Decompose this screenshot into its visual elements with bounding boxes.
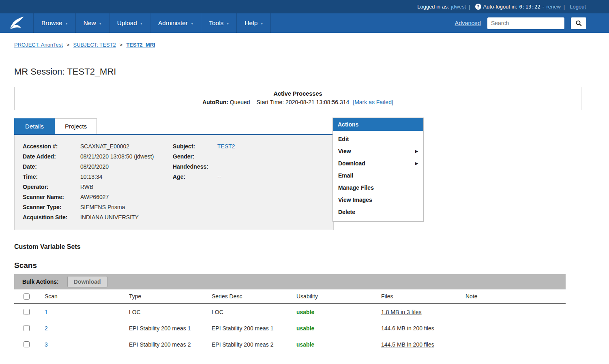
usability-badge: usable <box>296 325 314 332</box>
scan-link[interactable]: 3 <box>45 341 48 348</box>
chevron-right-icon: ▶ <box>415 161 418 165</box>
details-left-column: Accession #:SCAXNAT_E00002 Date Added:08… <box>23 141 173 223</box>
help-icon[interactable]: ? <box>475 4 481 10</box>
action-email[interactable]: Email <box>333 169 423 182</box>
field-accession: Accession #:SCAXNAT_E00002 <box>23 141 173 152</box>
action-view-images[interactable]: View Images <box>333 194 423 206</box>
select-all-checkbox[interactable] <box>24 293 30 300</box>
chevron-down-icon: ▾ <box>99 21 101 26</box>
search-input[interactable] <box>487 17 564 29</box>
field-subject: Subject:TEST2 <box>173 141 235 152</box>
autologout-timer: 0:13:22 <box>519 4 540 10</box>
topbar-divider: | <box>564 4 565 10</box>
details-right-column: Subject:TEST2 Gender: Handedness: Age:-- <box>173 141 235 223</box>
search-icon <box>575 20 582 27</box>
column-header-usability: Usability <box>296 289 381 304</box>
active-processes-panel: Active Processes AutoRun: Queued Start T… <box>14 87 581 110</box>
column-header-files: Files <box>381 289 465 304</box>
page-title: MR Session: TEST2_MRI <box>14 66 595 77</box>
actions-panel: Actions Edit View▶ Download▶ Email Manag… <box>332 118 424 222</box>
field-date: Date:08/20/2020 <box>23 162 173 172</box>
scan-series-desc: EPI Stability 200 meas 2 <box>212 336 296 353</box>
field-date-added: Date Added:08/21/2020 13:08:50 (jdwest) <box>23 152 173 162</box>
scan-row: 1 LOC LOC usable 1.8 MB in 3 files <box>14 304 566 320</box>
files-link[interactable]: 1.8 MB in 3 files <box>381 309 422 315</box>
subject-link[interactable]: TEST2 <box>217 143 235 150</box>
renew-link[interactable]: renew <box>546 4 560 10</box>
nav-item-upload[interactable]: Upload▾ <box>109 13 150 33</box>
column-header-note: Note <box>465 289 566 304</box>
field-scanner-name: Scanner Name:AWP66027 <box>23 192 173 202</box>
chevron-down-icon: ▾ <box>140 21 142 26</box>
scan-type: EPI Stability 200 meas 2 <box>129 341 191 348</box>
bulk-actions-bar: Bulk Actions: Download <box>14 274 566 289</box>
nav-item-tools[interactable]: Tools▾ <box>201 13 236 33</box>
topbar-divider: | <box>469 4 470 10</box>
bulk-download-button[interactable]: Download <box>67 276 107 287</box>
logout-link[interactable]: Logout <box>570 4 586 10</box>
chevron-down-icon: ▾ <box>227 21 229 26</box>
field-acquisition-site: Acquisition Site:INDIANA UNIVERSITY <box>23 212 173 223</box>
scan-type: EPI Stability 200 meas 1 <box>129 325 191 332</box>
scan-link[interactable]: 1 <box>45 309 48 315</box>
xnat-page: Logged in as: jdwest | ? Auto-logout in:… <box>0 0 609 364</box>
nav-item-help[interactable]: Help▾ <box>236 13 271 33</box>
actions-panel-title: Actions <box>333 118 423 131</box>
files-link[interactable]: 144.6 MB in 200 files <box>381 325 434 332</box>
scan-row: 3 EPI Stability 200 meas 2 EPI Stability… <box>14 336 566 353</box>
files-link[interactable]: 144.5 MB in 200 files <box>381 341 434 348</box>
scans-title: Scans <box>14 261 595 270</box>
action-view[interactable]: View▶ <box>333 145 423 157</box>
custom-variable-sets-title: Custom Variable Sets <box>14 243 595 251</box>
details-panel: Accession #:SCAXNAT_E00002 Date Added:08… <box>14 135 334 230</box>
table-header-row: Scan Type Series Desc Usability Files No… <box>14 289 566 304</box>
advanced-search-link[interactable]: Advanced <box>455 20 481 26</box>
tabs: Details Projects <box>14 118 595 134</box>
autorun-status: Queued <box>230 99 250 105</box>
row-checkbox[interactable] <box>24 341 30 347</box>
field-handedness: Handedness: <box>173 162 235 172</box>
breadcrumb-separator: > <box>120 42 123 48</box>
action-download[interactable]: Download▶ <box>333 157 423 169</box>
note-cell <box>465 304 566 320</box>
start-time-label: Start Time: <box>257 99 284 105</box>
xnat-logo[interactable] <box>0 13 33 33</box>
start-time-value: 2020-08-21 13:08:56.314 <box>285 99 349 105</box>
breadcrumb-session[interactable]: TEST2_MRI <box>126 42 155 48</box>
autorun-label: AutoRun: <box>202 99 228 105</box>
field-scanner-type: Scanner Type:SIEMENS Prisma <box>23 202 173 212</box>
chevron-down-icon: ▾ <box>191 21 193 26</box>
note-cell <box>465 336 566 353</box>
chevron-down-icon: ▾ <box>66 21 68 26</box>
page-content: PROJECT: AnonTest>SUBJECT: TEST2>TEST2_M… <box>0 33 609 353</box>
nav-item-new[interactable]: New▾ <box>75 13 109 33</box>
nav-item-browse[interactable]: Browse▾ <box>33 13 75 33</box>
action-manage-files[interactable]: Manage Files <box>333 182 423 194</box>
username-link[interactable]: jdwest <box>451 4 466 10</box>
action-delete[interactable]: Delete <box>333 206 423 218</box>
column-header-scan: Scan <box>45 289 129 304</box>
field-operator: Operator:RWB <box>23 182 173 192</box>
breadcrumb-subject[interactable]: SUBJECT: TEST2 <box>73 42 116 48</box>
row-checkbox[interactable] <box>24 309 30 315</box>
row-checkbox[interactable] <box>24 325 30 331</box>
scan-type: LOC <box>129 309 141 315</box>
scan-series-desc: EPI Stability 200 meas 1 <box>212 320 296 336</box>
mark-as-failed-link[interactable]: [Mark as Failed] <box>353 99 393 105</box>
tab-details[interactable]: Details <box>14 118 55 134</box>
action-edit[interactable]: Edit <box>333 133 423 145</box>
usability-badge: usable <box>296 341 314 348</box>
top-utility-bar: Logged in as: jdwest | ? Auto-logout in:… <box>0 0 609 13</box>
main-navbar: Browse▾ New▾ Upload▾ Administer▾ Tools▾ … <box>0 13 609 33</box>
field-gender: Gender: <box>173 152 235 162</box>
scan-link[interactable]: 2 <box>45 325 48 332</box>
nav-item-administer[interactable]: Administer▾ <box>150 13 201 33</box>
tab-projects[interactable]: Projects <box>55 118 97 134</box>
breadcrumb-project[interactable]: PROJECT: AnonTest <box>14 42 63 48</box>
active-processes-title: Active Processes <box>15 90 581 97</box>
search-button[interactable] <box>571 17 586 29</box>
scan-row: 2 EPI Stability 200 meas 1 EPI Stability… <box>14 320 566 336</box>
chevron-right-icon: ▶ <box>415 149 418 153</box>
note-cell <box>465 320 566 336</box>
scan-series-desc: LOC <box>212 304 296 320</box>
